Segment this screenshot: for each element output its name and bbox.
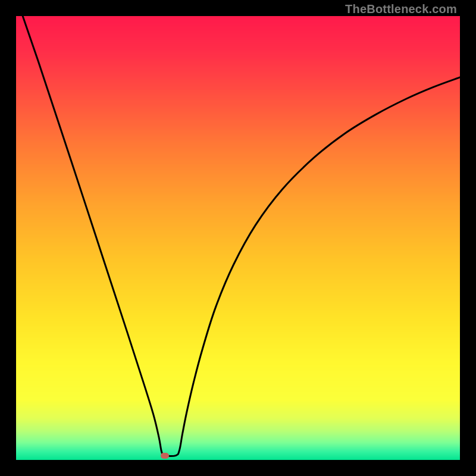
plot-area (16, 16, 460, 460)
watermark-text: TheBottleneck.com (345, 2, 457, 16)
curve-layer (16, 16, 460, 460)
chart-container: TheBottleneck.com (0, 0, 476, 476)
bottleneck-curve (23, 16, 460, 456)
minimum-marker (161, 453, 169, 459)
